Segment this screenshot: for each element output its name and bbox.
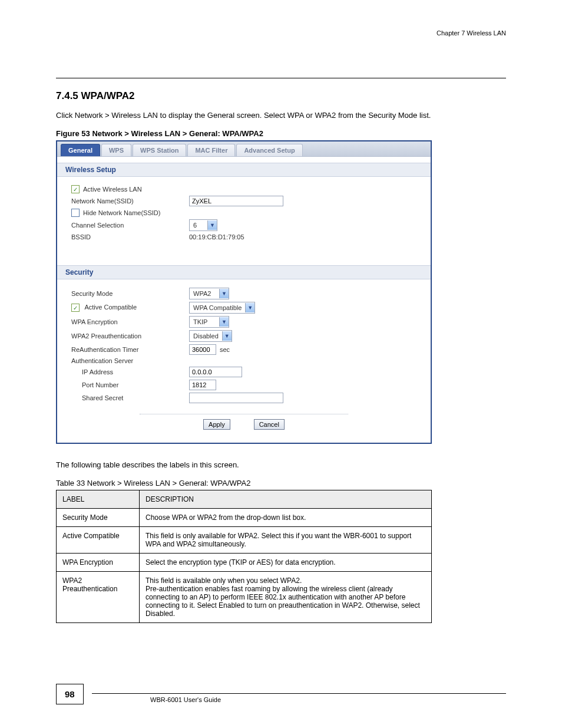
section-title: 7.4.5 WPA/WPA2 xyxy=(56,90,506,102)
figure-caption: Figure 53 Network > Wireless LAN > Gener… xyxy=(56,129,506,138)
ip-label: IP Address xyxy=(71,368,189,375)
table-intro: The following table describes the labels… xyxy=(56,460,506,469)
ssid-label: Network Name(SSID) xyxy=(71,197,189,205)
active-wlan-checkbox[interactable]: ✓ xyxy=(71,185,80,193)
table-row: WPA EncryptionSelect the encryption type… xyxy=(57,554,432,572)
ssid-input[interactable] xyxy=(189,196,283,206)
reauth-unit: sec xyxy=(220,346,230,353)
tab-wps-station[interactable]: WPS Station xyxy=(133,144,186,156)
th-label: LABEL xyxy=(57,490,140,509)
router-panel: GeneralWPSWPS StationMAC FilterAdvanced … xyxy=(56,140,432,444)
reauth-input[interactable] xyxy=(189,344,216,355)
table-cell-desc: This field is available only when you se… xyxy=(140,572,432,623)
table-cell-label: WPA Encryption xyxy=(57,554,140,572)
active-compat-checkbox[interactable]: ✓ xyxy=(71,304,80,312)
tab-advanced[interactable]: Advanced Setup xyxy=(236,144,302,156)
encryption-label: WPA Encryption xyxy=(71,318,189,325)
table-cell-label: Active Compatible xyxy=(57,527,140,554)
table-cell-desc: Select the encryption type (TKIP or AES)… xyxy=(140,554,432,572)
tab-mac-filter[interactable]: MAC Filter xyxy=(187,144,235,156)
th-desc: DESCRIPTION xyxy=(140,490,432,509)
chevron-down-icon: ▼ xyxy=(207,220,217,230)
ip-input[interactable] xyxy=(189,367,242,377)
active-compat-cell: ✓ Active Compatible xyxy=(71,304,189,312)
chevron-down-icon: ▼ xyxy=(219,317,229,327)
reauth-label: ReAuthentication Timer xyxy=(71,346,189,353)
secret-label: Shared Secret xyxy=(71,394,189,401)
table-caption: Table 33 Network > Wireless LAN > Genera… xyxy=(56,479,506,487)
table-cell-desc: Choose WPA or WPA2 from the drop-down li… xyxy=(140,509,432,527)
description-table: LABEL DESCRIPTION Security ModeChoose WP… xyxy=(56,490,432,623)
table-cell-desc: This field is only available for WPA2. S… xyxy=(140,527,432,554)
chevron-down-icon: ▼ xyxy=(245,303,254,312)
bssid-label: BSSID xyxy=(71,233,189,241)
chevron-down-icon: ▼ xyxy=(219,289,229,298)
active-wlan-label: Active Wireless LAN xyxy=(83,186,142,193)
table-cell-label: Security Mode xyxy=(57,509,140,527)
table-row: Security ModeChoose WPA or WPA2 from the… xyxy=(57,509,432,527)
channel-label: Channel Selection xyxy=(71,222,189,229)
chapter-header: Chapter 7 Wireless LAN xyxy=(56,29,506,37)
apply-button[interactable]: Apply xyxy=(203,419,230,430)
table-row: WPA2 PreauthenticationThis field is avai… xyxy=(57,572,432,623)
table-row: Active CompatibleThis field is only avai… xyxy=(57,527,432,554)
tab-general[interactable]: General xyxy=(61,144,100,156)
channel-select[interactable]: 6 ▼ xyxy=(189,219,217,231)
auth-server-label: Authentication Server xyxy=(71,357,189,364)
table-cell-label: WPA2 Preauthentication xyxy=(57,572,140,623)
port-input[interactable] xyxy=(189,380,216,390)
active-compat-label: Active Compatible xyxy=(84,304,137,311)
security-header: Security xyxy=(57,265,431,279)
wireless-setup-header: Wireless Setup xyxy=(57,163,431,177)
hide-ssid-checkbox[interactable]: ✓ xyxy=(71,209,80,217)
footer-text: WBR-6001 User's Guide xyxy=(150,696,221,703)
tab-wps[interactable]: WPS xyxy=(101,144,131,156)
encryption-select[interactable]: TKIP ▼ xyxy=(189,316,229,328)
cancel-button[interactable]: Cancel xyxy=(254,419,285,430)
hide-ssid-label: Hide Network Name(SSID) xyxy=(83,209,160,216)
port-label: Port Number xyxy=(71,381,189,388)
security-mode-select[interactable]: WPA2 ▼ xyxy=(189,288,229,299)
page-number: 98 xyxy=(56,684,84,704)
bssid-value: 00:19:CB:D1:79:05 xyxy=(189,233,244,241)
chevron-down-icon: ▼ xyxy=(222,331,232,341)
wpa-compat-select[interactable]: WPA Compatible ▼ xyxy=(189,302,255,314)
intro-text: Click Network > Wireless LAN to display … xyxy=(56,111,506,120)
secret-input[interactable] xyxy=(189,393,283,403)
preauth-select[interactable]: Disabled ▼ xyxy=(189,330,232,342)
preauth-label: WPA2 Preauthentication xyxy=(71,332,189,340)
security-mode-label: Security Mode xyxy=(71,290,189,297)
tab-bar: GeneralWPSWPS StationMAC FilterAdvanced … xyxy=(57,141,431,156)
